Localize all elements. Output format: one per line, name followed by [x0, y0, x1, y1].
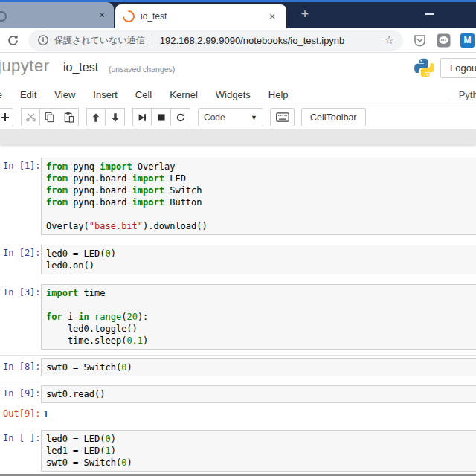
menu-widgets[interactable]: Widgets: [207, 89, 260, 100]
inactive-tab-close-icon[interactable]: ×: [95, 8, 109, 22]
copy-icon: [44, 112, 55, 123]
input-prompt: In [2]:: [0, 245, 41, 258]
logout-button[interactable]: Logout: [440, 58, 476, 78]
plus-icon: [1, 113, 9, 121]
menu-view[interactable]: View: [45, 89, 84, 100]
restart-kernel-button[interactable]: [171, 108, 190, 126]
code-input[interactable]: from pynq import Overlay from pynq.board…: [41, 158, 476, 235]
partial-favicon-icon: [0, 11, 7, 22]
address-bar-row: 保護されていない通信 192.168.2.99:9090/notebooks/i…: [0, 28, 476, 53]
python-logo-icon: [414, 57, 434, 78]
cell-type-value: Code: [204, 112, 225, 123]
code-input[interactable]: swt0 = Switch(0): [41, 358, 476, 376]
move-cell-down-button[interactable]: [106, 108, 125, 126]
input-prompt: In [8]:: [0, 358, 41, 372]
cell-divider: [0, 382, 476, 382]
active-tab-title: io_test: [141, 11, 261, 22]
kernel-indicator: Python 3: [451, 89, 476, 100]
code-input[interactable]: led0 = LED(0) led0.on(): [41, 245, 476, 274]
chevron-down-icon: ▼: [251, 114, 257, 121]
active-tab[interactable]: io_test ×: [115, 4, 286, 28]
m-extension-label: M: [464, 35, 472, 45]
move-cell-up-button[interactable]: [86, 108, 106, 126]
input-prompt: In [1]:: [0, 158, 41, 171]
menu-insert[interactable]: Insert: [84, 89, 126, 100]
code-input[interactable]: swt0.read(): [41, 385, 476, 403]
keyboard-icon: [276, 112, 289, 122]
url-text[interactable]: 192.168.2.99:9090/notebooks/io_test.ipyn…: [160, 35, 380, 46]
input-prompt: In [3]:: [0, 284, 41, 298]
menu-file[interactable]: File: [0, 89, 11, 100]
cell-type-select[interactable]: Code ▼: [198, 108, 263, 126]
interrupt-kernel-button[interactable]: [152, 108, 171, 126]
command-palette-button[interactable]: [270, 108, 295, 126]
notebook-cell[interactable]: In [1]:from pynq import Overlay from pyn…: [0, 158, 476, 235]
cell-toolbar-button[interactable]: CellToolbar: [301, 108, 366, 126]
security-label: 保護されていない通信: [54, 34, 145, 47]
info-icon[interactable]: [37, 34, 49, 46]
minimize-icon[interactable]: [425, 13, 434, 15]
menu-cell[interactable]: Cell: [126, 89, 161, 100]
notebook-toolbar: Code ▼ CellToolbar: [0, 106, 476, 129]
pocket-extension-icon[interactable]: [413, 33, 427, 48]
code-input[interactable]: import time for i in range(20): led0.tog…: [41, 284, 476, 350]
code-input[interactable]: led0 = LED(0) led1 = LED(1) swt0 = Switc…: [41, 430, 476, 472]
paste-icon: [63, 112, 74, 123]
notebook-header: jupyter io_test (unsaved changes) Logout: [0, 53, 476, 83]
cut-cells-button[interactable]: [21, 108, 40, 126]
notebook-cell[interactable]: In [3]:import time for i in range(20): l…: [0, 284, 476, 350]
restart-icon: [176, 112, 186, 123]
menu-kernel[interactable]: Kernel: [161, 89, 207, 100]
jupyter-logo[interactable]: jupyter: [0, 57, 50, 76]
header-shadow-band: [0, 129, 476, 144]
menu-help[interactable]: Help: [260, 89, 298, 100]
input-prompt: In [9]:: [0, 385, 41, 399]
menu-bar: File Edit View Insert Cell Kernel Widget…: [0, 83, 476, 106]
line-extension-icon[interactable]: [437, 33, 451, 48]
browser-titlebar: × io_test × +: [0, 0, 476, 28]
add-cell-button[interactable]: [0, 108, 13, 126]
run-cell-button[interactable]: [132, 108, 152, 126]
notebook-cell[interactable]: In [8]:swt0 = Switch(0): [0, 358, 476, 376]
notebook-cells: In [1]:from pynq import Overlay from pyn…: [0, 144, 476, 472]
scissors-icon: [25, 112, 36, 123]
arrow-up-icon: [91, 112, 101, 123]
output-prompt: Out[9]:: [0, 408, 41, 420]
active-tab-close-icon[interactable]: ×: [266, 10, 279, 23]
output-text: 1: [43, 408, 48, 420]
run-icon: [137, 112, 147, 123]
copy-cells-button[interactable]: [40, 108, 60, 126]
jupyter-favicon-icon: [120, 8, 138, 25]
menu-edit[interactable]: Edit: [11, 89, 45, 100]
notebook-cell[interactable]: In [9]:swt0.read()Out[9]:1: [0, 385, 476, 420]
paste-cells-button[interactable]: [60, 108, 79, 126]
notebook-title[interactable]: io_test: [63, 61, 98, 74]
m-extension-icon[interactable]: M: [460, 33, 475, 48]
new-tab-button[interactable]: +: [296, 5, 314, 23]
omnibox[interactable]: 保護されていない通信 192.168.2.99:9090/notebooks/i…: [28, 30, 403, 51]
omnibox-separator: [152, 34, 152, 46]
reload-icon[interactable]: [7, 34, 19, 47]
input-prompt: In [ ]:: [0, 430, 41, 443]
cell-divider: [0, 355, 476, 356]
browser-window: × io_test × + 保護されていない通信: [0, 0, 476, 476]
notebook-save-status: (unsaved changes): [109, 65, 175, 74]
notebook-cell[interactable]: In [2]:led0 = LED(0) led0.on(): [0, 245, 476, 274]
inactive-tab[interactable]: ×: [0, 2, 114, 28]
notebook-cell[interactable]: In [ ]:led0 = LED(0) led1 = LED(1) swt0 …: [0, 430, 476, 472]
stop-icon: [156, 112, 167, 123]
bookmark-star-icon[interactable]: ☆: [385, 33, 394, 47]
arrow-down-icon: [110, 112, 120, 123]
